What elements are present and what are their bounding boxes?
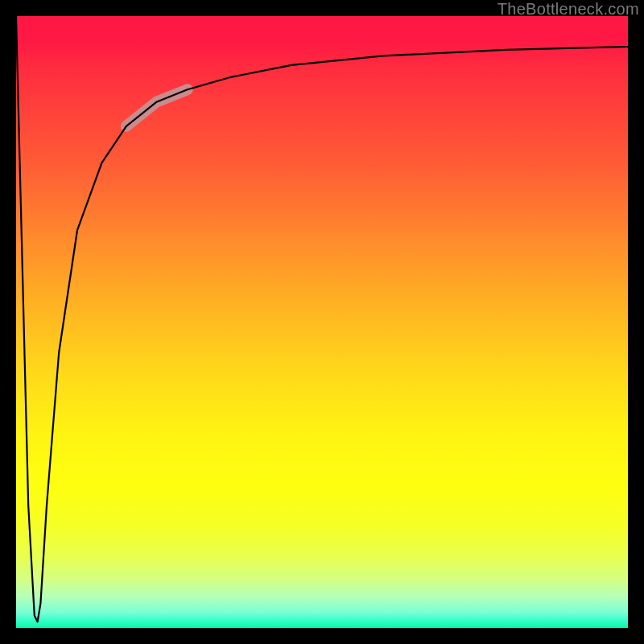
plot-area	[16, 16, 628, 628]
curve-layer	[16, 16, 628, 628]
bottleneck-curve	[16, 16, 628, 621]
highlight-segment	[126, 89, 188, 126]
watermark-text: TheBottleneck.com	[497, 0, 639, 19]
chart-canvas: TheBottleneck.com	[0, 0, 644, 644]
